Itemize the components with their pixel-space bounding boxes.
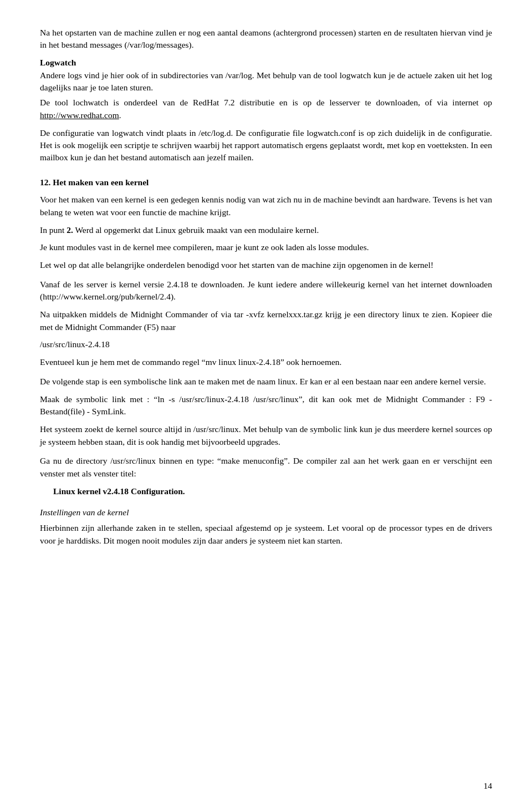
paragraph-letwel: Let wel op dat alle belangrijke onderdel…: [40, 259, 492, 271]
paragraph-ga-nu: Ga nu de directory /usr/src/linux binnen…: [40, 455, 492, 480]
paragraph-path: /usr/src/linux-2.4.18: [40, 338, 492, 351]
page-number: 14: [484, 780, 493, 792]
paragraph-kernel-intro: Voor het maken van een kernel is een ged…: [40, 194, 492, 219]
paragraph-modules: Je kunt modules vast in de kernel mee co…: [40, 241, 492, 253]
paragraph-versie: Vanaf de les server is kernel versie 2.4…: [40, 278, 492, 303]
paragraph-punt2: In punt 2. Werd al opgemerkt dat Linux g…: [40, 224, 492, 236]
linux-kernel-configuration-heading: Linux kernel v2.4.18 Configuration.: [40, 485, 492, 498]
paragraph-eventueel: Eventueel kun je hem met de commando reg…: [40, 356, 492, 368]
logwatch-body: Andere logs vind je hier ook of in subdi…: [40, 70, 492, 92]
section-12-label: 12. Het maken van een kernel: [40, 177, 149, 187]
paragraph-instellingen-body: Hierbinnen zijn allerhande zaken in te s…: [40, 522, 492, 547]
redhat-link[interactable]: http://www.redhat.com: [40, 110, 119, 120]
logwatch-label: Logwatch: [40, 58, 76, 67]
logwatch-heading: Logwatch Andere logs vind je hier ook of…: [40, 57, 492, 94]
section-12-heading: 12. Het maken van een kernel: [40, 176, 492, 189]
paragraph-lochwatch: De tool lochwatch is onderdeel van de Re…: [40, 97, 492, 121]
page-content: Na het opstarten van de machine zullen e…: [0, 0, 532, 597]
paragraph-systeem-zoekt: Het systeem zoekt de kernel source altij…: [40, 423, 492, 448]
paragraph-configuratie: De configuratie van logwatch vindt plaat…: [40, 127, 492, 164]
instellingen-heading: Instellingen van de kernel: [40, 506, 492, 519]
paragraph-intro: Na het opstarten van de machine zullen e…: [40, 27, 492, 52]
paragraph-symbolic-link: Maak de symbolic link met : “ln -s /usr/…: [40, 393, 492, 418]
paragraph-midnight: Na uitpakken middels de Midnight Command…: [40, 308, 492, 333]
paragraph-volgende-stap: De volgende stap is een symbolische link…: [40, 375, 492, 388]
bold-2: 2.: [66, 225, 73, 235]
